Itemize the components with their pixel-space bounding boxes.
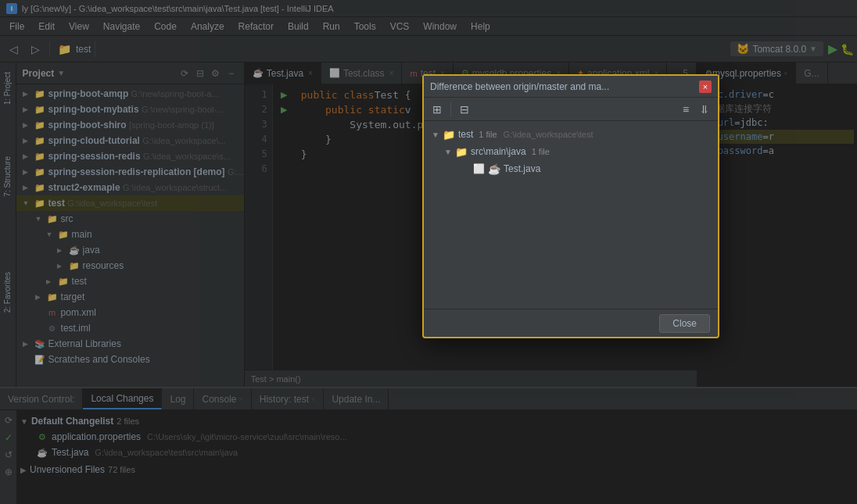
modal-root-label: test bbox=[458, 129, 473, 140]
modal-file-java-icon: ☕ bbox=[488, 163, 500, 175]
modal-sort-icon[interactable]: ≡ bbox=[677, 101, 694, 118]
modal-footer: Close bbox=[424, 309, 718, 337]
diff-modal: Difference between origin/master and ma.… bbox=[422, 74, 719, 338]
modal-close-btn[interactable]: Close bbox=[659, 314, 710, 333]
modal-tree-src[interactable]: ▼ 📁 src\main\java 1 file bbox=[428, 143, 713, 160]
modal-tree-root[interactable]: ▼ 📁 test 1 file G:\idea_workspace\test bbox=[428, 126, 713, 143]
modal-overlay: Difference between origin/master and ma.… bbox=[0, 0, 857, 504]
modal-root-path: G:\idea_workspace\test bbox=[504, 130, 593, 139]
modal-expand-icon[interactable]: ⊞ bbox=[428, 101, 446, 118]
modal-toolbar-sep bbox=[450, 102, 451, 116]
modal-root-folder-icon: 📁 bbox=[443, 129, 455, 141]
modal-src-label: src\main\java bbox=[471, 146, 526, 157]
modal-file-change-icon: ⬜ bbox=[472, 163, 485, 174]
modal-close-button[interactable]: × bbox=[699, 80, 712, 93]
modal-tree-file[interactable]: ⬜ ☕ Test.java bbox=[428, 160, 713, 177]
modal-group-icon[interactable]: ⊟ bbox=[456, 101, 473, 118]
modal-file-label: Test.java bbox=[504, 163, 540, 174]
modal-toolbar: ⊞ ⊟ ≡ ⥥ bbox=[424, 98, 718, 121]
modal-src-arrow: ▼ bbox=[444, 148, 452, 156]
modal-root-arrow: ▼ bbox=[432, 130, 439, 139]
modal-src-folder-icon: 📁 bbox=[455, 146, 468, 158]
modal-root-count: 1 file bbox=[476, 130, 497, 139]
modal-src-count: 1 file bbox=[529, 147, 550, 156]
modal-filter-icon[interactable]: ⥥ bbox=[696, 101, 713, 118]
modal-title-bar: Difference between origin/master and ma.… bbox=[424, 76, 718, 98]
modal-tree: ▼ 📁 test 1 file G:\idea_workspace\test ▼… bbox=[424, 121, 718, 309]
modal-title: Difference between origin/master and ma.… bbox=[430, 81, 694, 92]
modal-right-tools: ≡ ⥥ bbox=[677, 101, 713, 118]
